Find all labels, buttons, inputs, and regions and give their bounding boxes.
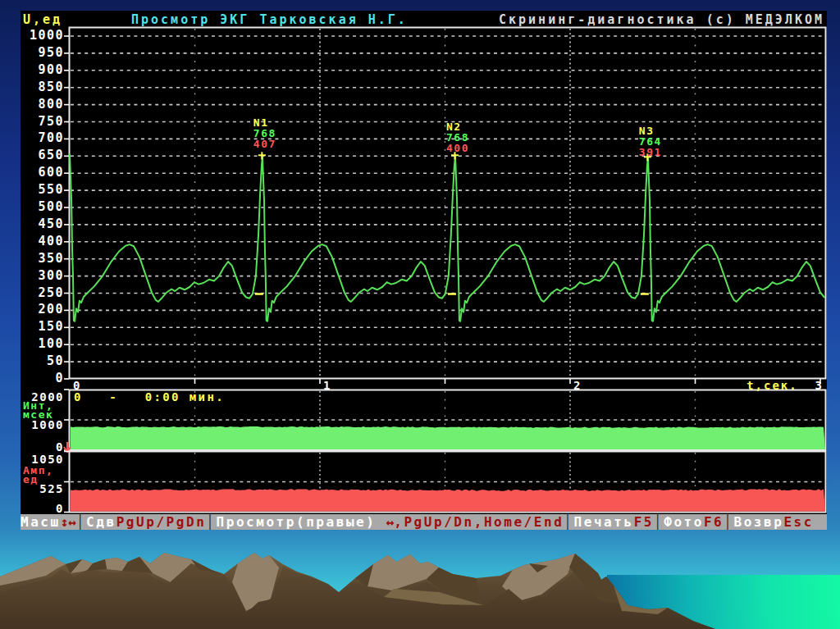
interval-ymin-label: 0 [21, 441, 64, 453]
y-axis-label: 300 [21, 270, 64, 282]
slide: U,ед Просмотр ЭКГ Тарковская Н.Г. Скрини… [0, 0, 840, 629]
y-axis-label: 900 [21, 64, 64, 76]
y-axis-label: 150 [21, 321, 64, 333]
menu-key-13[interactable]: F6 [704, 514, 724, 530]
menu-key-1[interactable]: ↕↔ [61, 514, 76, 530]
beat-amplitude: 391 [639, 147, 662, 157]
amplitude-ymax-label: 1050 [21, 454, 64, 465]
y-axis-label: 600 [21, 166, 64, 179]
y-axis-label: 850 [21, 81, 64, 93]
menu-label-6[interactable]: Просмотр(правые) [217, 514, 377, 530]
menu-separator-14: │ [724, 514, 733, 530]
beat-amplitude: 407 [253, 139, 276, 149]
x-axis-label: 2 [573, 380, 581, 391]
menu-key-4[interactable]: PgUp/PgDn [116, 514, 207, 530]
y-axis-label: 700 [21, 132, 64, 144]
menu-label-9[interactable]: Печать [574, 514, 634, 530]
menu-bar: Масш↕↔│СдвPgUp/PgDn│Просмотр(правые) ↔,P… [21, 514, 827, 530]
menu-label-0[interactable]: Масш [21, 514, 61, 530]
y-axis-label: 800 [21, 98, 64, 111]
y-axis-label: 50 [21, 355, 64, 367]
y-axis-label: 0 [21, 372, 64, 385]
y-axis-unit-label: U,ед [23, 12, 62, 27]
y-axis-label: 250 [21, 287, 64, 299]
y-axis-label: 500 [21, 201, 64, 213]
x-axis-unit: t,сек. 3 [746, 380, 824, 391]
menu-key-16[interactable]: Esc [783, 514, 814, 530]
interval-range-header: 0 - 0:00 мин. [74, 391, 225, 403]
amplitude-ymin-label: 0 [21, 503, 64, 514]
y-axis-label: 1000 [21, 30, 64, 42]
amplitude-axis-title-2: ед [23, 474, 39, 485]
menu-key-10[interactable]: F5 [634, 514, 654, 530]
menu-label-12[interactable]: Фото [664, 514, 704, 530]
y-axis-label: 950 [21, 47, 64, 59]
interval-ymid-label: 1000 [21, 419, 64, 431]
y-axis-label: 450 [21, 218, 64, 230]
x-axis-label: 0 [73, 380, 80, 391]
menu-label-3[interactable]: Сдв [86, 514, 116, 530]
beat-amplitude: 400 [446, 143, 469, 153]
window-title: Просмотр ЭКГ Тарковская Н.Г. [131, 12, 408, 27]
y-axis-label: 550 [21, 184, 64, 196]
ecg-chart-canvas [0, 0, 840, 629]
interval-axis-title-2: мсек [23, 409, 53, 420]
menu-separator-5: │ [206, 514, 216, 530]
y-axis-label: 200 [21, 303, 64, 316]
x-axis-label: 1 [323, 380, 331, 391]
menu-label-15[interactable]: Возвр [734, 514, 784, 530]
y-axis-label: 400 [21, 235, 64, 248]
menu-separator-8: │ [564, 514, 573, 530]
y-axis-label: 100 [21, 338, 64, 350]
y-axis-label: 750 [21, 116, 64, 128]
menu-separator-11: │ [654, 514, 664, 530]
menu-separator-2: │ [76, 514, 86, 530]
y-axis-label: 350 [21, 253, 64, 265]
menu-key-7[interactable]: ↔,PgUp/Dn,Home/End [376, 514, 564, 530]
y-axis-label: 650 [21, 149, 64, 162]
vendor-label: Скрининг-диагностика (с) МЕДЭЛКОМ [499, 12, 824, 27]
